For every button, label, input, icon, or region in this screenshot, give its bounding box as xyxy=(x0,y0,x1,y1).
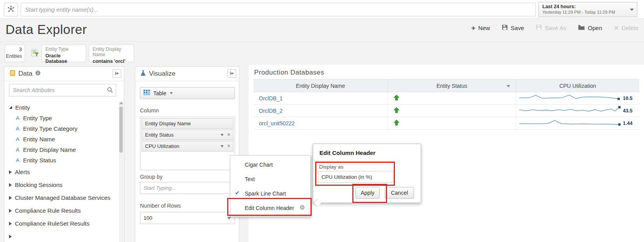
triangle-collapsed-icon xyxy=(9,183,12,187)
scrollbar-thumb[interactable] xyxy=(119,107,123,153)
search-attributes-input[interactable] xyxy=(9,84,116,96)
remove-column-icon[interactable]: ✕ xyxy=(227,143,231,149)
chevron-down-icon xyxy=(630,9,634,11)
header-entity-status[interactable]: Entity Status xyxy=(388,80,516,92)
chip-label: Entity Type xyxy=(45,46,82,52)
collapse-visualize-panel-button[interactable] xyxy=(228,69,236,78)
time-range-selector[interactable]: Last 24 hours: Yesterday 11:29 PM - Toda… xyxy=(538,2,637,17)
tree-label: Entity xyxy=(15,104,30,111)
triangle-expanded-icon xyxy=(9,106,12,109)
chevron-down-icon xyxy=(227,217,231,219)
data-panel-scrollbar[interactable] xyxy=(119,101,124,242)
apply-button[interactable]: Apply xyxy=(355,187,380,199)
status-up-icon xyxy=(393,94,400,102)
header-cpu-utilization[interactable]: CPU Utilization xyxy=(516,80,639,92)
chevron-down-icon[interactable] xyxy=(506,85,510,87)
tree-group-partial[interactable] xyxy=(9,230,115,242)
menu-item-text[interactable]: Text xyxy=(230,172,310,186)
tree-label: Cluster Managed Database Services xyxy=(15,194,110,201)
tree-group-blocking-sessions[interactable]: Blocking Sessions xyxy=(9,178,115,191)
attribute-type-icon: A xyxy=(15,115,20,121)
filter-chip-entity-type[interactable]: Entity Type Oracle Database xyxy=(41,44,86,62)
tree-attr-entity-display-name[interactable]: AEntity Display Name xyxy=(9,144,115,155)
visualize-panel-title: Visualize xyxy=(149,70,176,78)
cell-status xyxy=(388,92,516,104)
tree-label: Compliance Rule Results xyxy=(15,207,81,214)
tree-label: Entity Type xyxy=(23,115,52,121)
column-field-label: CPU Utilization xyxy=(145,143,179,149)
column-field-label: Entity Status xyxy=(145,132,174,138)
menu-item-edit-column-header[interactable]: Edit Column Header⚙ xyxy=(230,201,310,215)
number-of-rows-select[interactable]: 100 xyxy=(140,212,235,224)
tree-group-compliance-ruleset[interactable]: Compliance RuleSet Results xyxy=(9,217,115,230)
collapse-data-panel-button[interactable] xyxy=(113,69,121,78)
delete-label: Delete xyxy=(622,25,639,31)
menu-item-spark-line-chart[interactable]: ✔Spark Line Chart xyxy=(230,186,310,201)
display-as-input[interactable] xyxy=(318,171,393,183)
menu-item-label: Cigar Chart xyxy=(245,162,273,168)
filter-chip-display-name[interactable]: Entity Display Name contains 'orcl' xyxy=(89,44,134,62)
popup-title: Edit Column Header xyxy=(319,149,375,156)
entity-link[interactable]: OrclDB_2 xyxy=(259,108,283,114)
menu-item-cigar-chart[interactable]: Cigar Chart xyxy=(230,157,310,172)
tree-label: Entity Type Category xyxy=(23,125,77,132)
sparkline-value: 1.44 xyxy=(623,121,632,126)
new-button[interactable]: + New xyxy=(471,25,490,31)
tree-node-entity[interactable]: Entity xyxy=(9,102,115,113)
filter-list-icon[interactable] xyxy=(30,48,40,59)
header-label: Entity Status xyxy=(436,83,467,89)
entity-count-chip[interactable]: 3 Entities xyxy=(5,44,25,62)
results-table: Entity Display Name Entity Status CPU Ut… xyxy=(253,79,639,130)
tree-label: Blocking Sessions xyxy=(15,182,63,188)
data-icon xyxy=(9,70,16,78)
time-range-detail: Yesterday 11:29 PM - Today 11:29 PM xyxy=(542,10,627,14)
save-button[interactable]: Save xyxy=(502,24,524,32)
cancel-button[interactable]: Cancel xyxy=(385,187,414,199)
data-panel-header: Data xyxy=(4,67,124,81)
entity-link[interactable]: orcl_unit50222 xyxy=(259,120,295,126)
group-by-placeholder: Start Typing... xyxy=(144,185,176,191)
tree-attr-entity-type-category[interactable]: AEntity Type Category xyxy=(9,123,115,134)
cell-cpu: 1.44 xyxy=(516,117,639,129)
entity-topology-button[interactable] xyxy=(4,3,18,16)
display-as-label: Display as xyxy=(319,164,343,170)
cell-cpu: 10.5 xyxy=(516,92,639,104)
tree-group-compliance-rule[interactable]: Compliance Rule Results xyxy=(9,204,115,217)
tree-group-cluster-services[interactable]: Cluster Managed Database Services xyxy=(9,191,115,204)
triangle-collapsed-icon xyxy=(9,170,12,174)
tree-label: Compliance RuleSet Results xyxy=(15,220,90,227)
check-icon: ✔ xyxy=(235,190,240,196)
attribute-type-icon: A xyxy=(15,136,20,142)
flask-icon xyxy=(140,70,146,78)
entity-search-input[interactable] xyxy=(21,3,536,16)
save-as-button[interactable]: Save As xyxy=(536,24,566,32)
tree-attr-entity-status[interactable]: AEntity Status xyxy=(9,155,115,165)
open-button[interactable]: Open xyxy=(578,25,602,32)
header-label: Entity Display Name xyxy=(296,83,345,89)
delete-button[interactable]: ✕ Delete xyxy=(614,25,639,32)
triangle-collapsed-icon xyxy=(9,235,12,238)
tree-attr-entity-name[interactable]: AEntity Name xyxy=(9,134,115,144)
header-entity-display-name[interactable]: Entity Display Name xyxy=(253,80,388,92)
sparkline-chart xyxy=(518,93,622,104)
remove-column-icon[interactable]: ✕ xyxy=(227,132,231,137)
entity-count: 3 xyxy=(5,46,22,52)
search-icon[interactable] xyxy=(107,87,113,95)
results-title: Production Databases xyxy=(254,69,324,77)
save-icon xyxy=(502,24,508,32)
chart-type-button[interactable]: Table xyxy=(140,87,235,99)
entity-link[interactable]: OrclDB_1 xyxy=(259,95,283,101)
column-field-cpu-utilization[interactable]: CPU Utilization ✕ xyxy=(142,141,233,151)
tree-group-alerts[interactable]: Alerts xyxy=(9,165,115,178)
sparkline-chart xyxy=(518,105,622,117)
column-field-entity-display-name[interactable]: Entity Display Name xyxy=(142,118,233,129)
scroll-up-icon[interactable] xyxy=(119,102,123,104)
group-by-input[interactable]: Start Typing... xyxy=(140,182,235,194)
column-field-entity-status[interactable]: Entity Status ✕ xyxy=(142,130,233,140)
chevron-down-icon[interactable] xyxy=(221,134,224,136)
triangle-collapsed-icon xyxy=(9,196,12,200)
data-panel-title: Data xyxy=(18,70,32,78)
chevron-down-icon[interactable] xyxy=(221,145,224,148)
cell-status xyxy=(388,105,516,117)
tree-attr-entity-type[interactable]: AEntity Type xyxy=(9,113,115,123)
